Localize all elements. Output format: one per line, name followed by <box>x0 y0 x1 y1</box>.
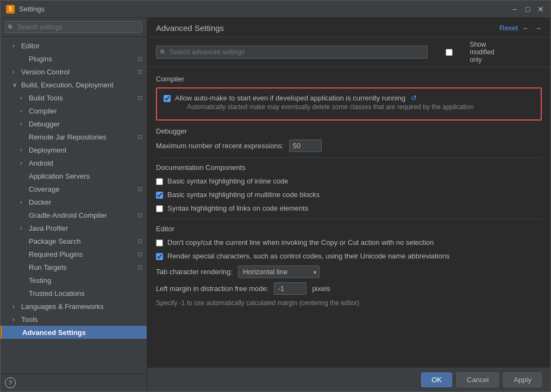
expand-arrow-icon: › <box>12 68 20 75</box>
sidebar-search-input[interactable] <box>5 21 142 33</box>
expand-arrow-icon: › <box>20 108 28 114</box>
header-actions: Reset ← → <box>499 24 542 33</box>
sidebar-item-label: Remote Jar Repositories <box>29 133 107 141</box>
sidebar-item-run-targets[interactable]: Run Targets ⊡ <box>1 261 147 274</box>
settings-icon: ⊡ <box>137 264 142 271</box>
expand-arrow-icon: › <box>12 316 20 323</box>
sidebar-item-build-tools[interactable]: › Build Tools ⊡ <box>1 91 147 104</box>
back-button[interactable]: ← <box>522 24 530 33</box>
settings-icon: ⊡ <box>137 55 142 62</box>
settings-icon: ⊡ <box>137 68 142 75</box>
show-modified-checkbox[interactable] <box>432 49 466 56</box>
close-button[interactable]: ✕ <box>536 5 545 14</box>
tab-rendering-select[interactable]: Horizontal line Arrow None <box>238 265 320 278</box>
sidebar-item-label: Build Tools <box>29 94 63 102</box>
main-body: Compiler Allow auto-make to start even i… <box>147 67 550 368</box>
multiline-highlight-row: Basic syntax highlighting of multiline c… <box>156 189 542 200</box>
cancel-button[interactable]: Cancel <box>456 372 499 387</box>
sidebar-item-label: Required Plugins <box>29 250 83 258</box>
multiline-highlight-label[interactable]: Basic syntax highlighting of multiline c… <box>167 191 320 199</box>
sidebar-list: › Editor Plugins ⊡ › Version Control ⊡ ∨… <box>1 37 147 374</box>
main-panel: Advanced Settings Reset ← → Show modifie… <box>147 18 550 391</box>
links-highlight-checkbox[interactable] <box>156 205 163 212</box>
tab-rendering-select-wrap: Horizontal line Arrow None ▾ <box>238 265 320 278</box>
settings-icon: ⊡ <box>137 238 142 245</box>
expand-arrow-icon: › <box>12 42 20 49</box>
sidebar-item-label: Gradle-Android Compiler <box>29 211 107 219</box>
render-special-row: Render special characters, such as contr… <box>156 251 542 261</box>
expand-arrow-icon: › <box>20 121 28 127</box>
multiline-highlight-checkbox[interactable] <box>156 192 163 199</box>
expand-arrow-icon: › <box>20 94 28 101</box>
sidebar-item-label: Android <box>29 159 53 167</box>
no-copy-row: Don't copy/cut the current line when inv… <box>156 237 542 248</box>
no-copy-checkbox[interactable] <box>156 239 163 246</box>
sidebar-item-deployment[interactable]: › Deployment <box>1 143 147 156</box>
sidebar-item-label: Deployment <box>29 146 66 154</box>
sidebar-item-trusted-locations[interactable]: Trusted Locations <box>1 287 147 300</box>
sidebar-item-build-execution-deployment[interactable]: ∨ Build, Execution, Deployment <box>1 78 147 91</box>
sidebar-item-application-servers[interactable]: Application Servers <box>1 169 147 182</box>
sidebar-item-compiler[interactable]: › Compiler <box>1 104 147 117</box>
max-expressions-label: Maximum number of recent expressions: <box>156 142 284 150</box>
sidebar-item-editor[interactable]: › Editor <box>1 39 147 52</box>
tab-rendering-label: Tab character rendering: <box>156 268 233 276</box>
help-button[interactable]: ? <box>5 377 16 388</box>
sidebar-item-label: Trusted Locations <box>29 289 85 298</box>
forward-button[interactable]: → <box>534 24 542 33</box>
render-special-label[interactable]: Render special characters, such as contr… <box>167 252 450 260</box>
inline-highlight-row: Basic syntax highlighting of inline code <box>156 176 542 186</box>
search-wrap <box>156 46 428 59</box>
auto-make-row: Allow auto-make to start even if develop… <box>164 93 534 112</box>
apply-button[interactable]: Apply <box>503 372 542 387</box>
sidebar-item-tools[interactable]: › Tools <box>1 313 147 326</box>
auto-make-label[interactable]: Allow auto-make to start even if develop… <box>175 94 405 102</box>
sidebar-item-remote-jar-repositories[interactable]: Remote Jar Repositories ⊡ <box>1 130 147 143</box>
sidebar-item-coverage[interactable]: Coverage ⊡ <box>1 182 147 195</box>
settings-search-input[interactable] <box>156 46 428 59</box>
ok-button[interactable]: OK <box>421 372 452 387</box>
sidebar-item-plugins[interactable]: Plugins ⊡ <box>1 52 147 65</box>
maximize-button[interactable]: □ <box>523 5 532 14</box>
tab-rendering-row: Tab character rendering: Horizontal line… <box>156 265 542 278</box>
main-content: › Editor Plugins ⊡ › Version Control ⊡ ∨… <box>1 18 550 391</box>
no-copy-label[interactable]: Don't copy/cut the current line when inv… <box>167 238 434 246</box>
sidebar-item-label: Run Targets <box>29 263 67 271</box>
minimize-button[interactable]: − <box>510 5 519 14</box>
sidebar-item-java-profiler[interactable]: › Java Profiler <box>1 222 147 235</box>
inline-highlight-label[interactable]: Basic syntax highlighting of inline code <box>167 177 289 185</box>
sidebar-item-package-search[interactable]: Package Search ⊡ <box>1 235 147 248</box>
links-highlight-row: Syntax highlighting of links on code ele… <box>156 203 542 213</box>
show-modified-label[interactable]: Show modified only <box>469 41 499 64</box>
sidebar-search-area <box>1 18 147 37</box>
sidebar-item-label: Version Control <box>21 68 70 76</box>
expand-arrow-icon: › <box>20 225 28 231</box>
sidebar-item-label: Coverage <box>29 185 59 193</box>
links-highlight-label[interactable]: Syntax highlighting of links on code ele… <box>167 204 308 212</box>
max-expressions-input[interactable] <box>289 140 322 152</box>
sidebar-item-android[interactable]: › Android <box>1 156 147 169</box>
sidebar-item-testing[interactable]: Testing <box>1 274 147 287</box>
left-margin-input[interactable] <box>274 282 306 295</box>
editor-section-title: Editor <box>156 225 542 233</box>
sidebar-item-docker[interactable]: › Docker <box>1 195 147 208</box>
sidebar-item-debugger[interactable]: › Debugger <box>1 117 147 130</box>
expand-arrow-icon: › <box>20 160 28 166</box>
reset-button[interactable]: Reset <box>499 24 518 32</box>
sidebar-item-advanced-settings[interactable]: Advanced Settings <box>1 326 147 339</box>
sidebar-item-required-plugins[interactable]: Required Plugins ⊡ <box>1 248 147 261</box>
sidebar-item-label: Advanced Settings <box>22 328 86 337</box>
auto-make-desc: Automatically started make may eventuall… <box>175 103 474 111</box>
sidebar-item-label: Testing <box>29 276 51 284</box>
sidebar-item-languages-frameworks[interactable]: › Languages & Frameworks <box>1 300 147 313</box>
reset-field-icon[interactable]: ↺ <box>411 94 417 102</box>
sidebar-item-gradle-android-compiler[interactable]: Gradle-Android Compiler ⊡ <box>1 208 147 222</box>
page-title: Advanced Settings <box>156 23 224 33</box>
settings-icon: ⊡ <box>137 94 142 102</box>
settings-icon: ⊡ <box>137 186 142 193</box>
expand-arrow-icon: › <box>12 303 20 309</box>
render-special-checkbox[interactable] <box>156 253 163 260</box>
inline-highlight-checkbox[interactable] <box>156 178 163 185</box>
sidebar-item-version-control[interactable]: › Version Control ⊡ <box>1 65 147 78</box>
auto-make-checkbox[interactable] <box>164 95 171 102</box>
